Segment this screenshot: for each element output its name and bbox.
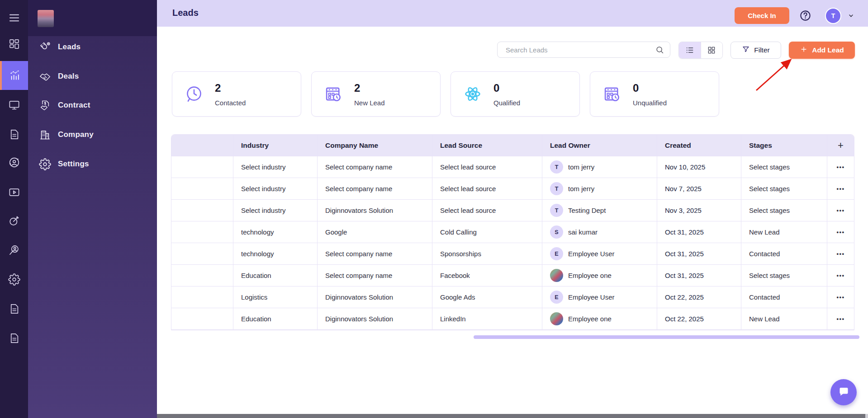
add-column-button[interactable]: + xyxy=(827,135,854,156)
lead-owner-cell[interactable]: Ssai kumar xyxy=(542,221,657,243)
owner-photo-avatar xyxy=(550,312,563,325)
company-name-cell[interactable]: Diginnovators Solution xyxy=(318,200,432,221)
row-select-cell[interactable] xyxy=(171,178,233,200)
rail-item-user-search[interactable] xyxy=(0,239,28,263)
rail-item-monitor[interactable] xyxy=(0,94,28,117)
lead-owner-cell[interactable]: EEmployee User xyxy=(542,243,657,265)
industry-cell[interactable]: technology xyxy=(233,221,318,243)
lead-source-cell[interactable]: Cold Calling xyxy=(432,221,542,243)
company-name-cell[interactable]: Select company name xyxy=(318,243,432,265)
stages-cell[interactable]: Select stages xyxy=(741,156,827,178)
page-horizontal-scrollbar-thumb[interactable] xyxy=(40,414,865,418)
list-view-button[interactable] xyxy=(679,42,701,58)
row-select-cell[interactable] xyxy=(171,308,233,330)
help-icon[interactable] xyxy=(799,9,811,22)
rail-item-file-lines[interactable] xyxy=(0,327,28,351)
company-name-cell[interactable]: Select company name xyxy=(318,178,432,200)
grid-view-button[interactable] xyxy=(701,42,723,58)
rail-item-grid-dashboard[interactable] xyxy=(0,33,28,56)
row-menu-button[interactable]: ••• xyxy=(836,294,844,301)
sidebar-item-deals[interactable]: Deals xyxy=(28,63,157,89)
owner-name: sai kumar xyxy=(568,228,598,236)
row-select-cell[interactable] xyxy=(171,286,233,308)
industry-cell[interactable]: Select industry xyxy=(233,200,318,221)
sidebar-item-company[interactable]: Company xyxy=(28,122,157,148)
row-actions-cell: ••• xyxy=(827,243,854,265)
industry-cell[interactable]: technology xyxy=(233,243,318,265)
industry-cell[interactable]: Logistics xyxy=(233,286,318,308)
row-menu-button[interactable]: ••• xyxy=(836,229,844,235)
row-select-cell[interactable] xyxy=(171,265,233,286)
rail-item-bar-chart-active[interactable] xyxy=(0,61,28,90)
filter-button[interactable]: Filter xyxy=(730,42,781,59)
sidebar-item-label: Deals xyxy=(58,72,79,81)
table-row: Select industryDiginnovators SolutionSel… xyxy=(171,200,854,221)
stages-cell[interactable]: Contacted xyxy=(741,286,827,308)
row-menu-button[interactable]: ••• xyxy=(836,315,844,322)
row-menu-button[interactable]: ••• xyxy=(836,250,844,257)
stages-cell[interactable]: New Lead xyxy=(741,308,827,330)
stages-cell[interactable]: Select stages xyxy=(741,178,827,200)
sidebar-item-settings[interactable]: Settings xyxy=(28,151,157,177)
row-select-cell[interactable] xyxy=(171,243,233,265)
rail-item-file-lines[interactable] xyxy=(0,123,28,147)
rail-item-gear[interactable] xyxy=(0,268,28,292)
sidebar-item-leads[interactable]: Leads xyxy=(28,34,157,60)
plus-icon xyxy=(800,45,808,55)
chat-button[interactable] xyxy=(830,379,857,405)
industry-cell[interactable]: Select industry xyxy=(233,178,318,200)
chevron-down-icon[interactable] xyxy=(847,12,855,19)
lead-owner-cell[interactable]: TTesting Dept xyxy=(542,200,657,221)
lead-source-cell[interactable]: Facebook xyxy=(432,265,542,286)
industry-cell[interactable]: Education xyxy=(233,265,318,286)
column-header-Lead Owner: Lead Owner xyxy=(542,135,657,156)
avatar[interactable]: T xyxy=(825,8,841,24)
lead-source-cell[interactable]: Select lead source xyxy=(432,178,542,200)
sidebar-item-contract[interactable]: Contract xyxy=(28,92,157,118)
lead-source-cell[interactable]: Google Ads xyxy=(432,286,542,308)
stages-cell[interactable]: Select stages xyxy=(741,200,827,221)
company-name-cell[interactable]: Diginnovators Solution xyxy=(318,286,432,308)
lead-owner-cell[interactable]: Employee one xyxy=(542,265,657,286)
video-play-icon xyxy=(8,186,20,200)
stages-cell[interactable]: New Lead xyxy=(741,221,827,243)
lead-owner-cell[interactable]: EEmployee User xyxy=(542,286,657,308)
column-header-select xyxy=(171,135,233,156)
row-menu-button[interactable]: ••• xyxy=(836,185,844,192)
stat-value: 2 xyxy=(354,82,360,94)
industry-cell[interactable]: Select industry xyxy=(233,156,318,178)
search-icon[interactable] xyxy=(655,45,664,55)
lead-source-cell[interactable]: Sponsorships xyxy=(432,243,542,265)
row-menu-button[interactable]: ••• xyxy=(836,164,844,170)
lead-source-cell[interactable]: Select lead source xyxy=(432,156,542,178)
lead-source-cell[interactable]: Select lead source xyxy=(432,200,542,221)
add-lead-button[interactable]: Add Lead xyxy=(789,42,855,59)
table-horizontal-scrollbar-thumb[interactable] xyxy=(474,335,859,339)
rail-item-user-circle-network[interactable] xyxy=(0,151,28,175)
search-input[interactable] xyxy=(506,42,650,57)
rail-item-file-lines[interactable] xyxy=(0,298,28,321)
industry-cell[interactable]: Education xyxy=(233,308,318,330)
company-name-cell[interactable]: Select company name xyxy=(318,265,432,286)
row-menu-button[interactable]: ••• xyxy=(836,207,844,214)
rail-item-hamburger-menu[interactable] xyxy=(0,7,28,30)
company-name-cell[interactable]: Select company name xyxy=(318,156,432,178)
row-select-cell[interactable] xyxy=(171,200,233,221)
company-name-cell[interactable]: Diginnovators Solution xyxy=(318,308,432,330)
row-select-cell[interactable] xyxy=(171,156,233,178)
app-logo[interactable] xyxy=(38,10,54,27)
lead-owner-cell[interactable]: Employee one xyxy=(542,308,657,330)
company-name-cell[interactable]: Google xyxy=(318,221,432,243)
lead-owner-cell[interactable]: Ttom jerry xyxy=(542,178,657,200)
stages-cell[interactable]: Contacted xyxy=(741,243,827,265)
row-select-cell[interactable] xyxy=(171,221,233,243)
rail-item-video-play[interactable] xyxy=(0,181,28,205)
rail-item-target-arrow[interactable] xyxy=(0,210,28,233)
check-in-button[interactable]: Check In xyxy=(735,7,789,24)
stat-value: 2 xyxy=(215,82,221,94)
lead-owner-cell[interactable]: Ttom jerry xyxy=(542,156,657,178)
stages-cell[interactable]: Select stages xyxy=(741,265,827,286)
icon-rail xyxy=(0,0,28,418)
lead-source-cell[interactable]: LinkedIn xyxy=(432,308,542,330)
row-menu-button[interactable]: ••• xyxy=(836,272,844,279)
